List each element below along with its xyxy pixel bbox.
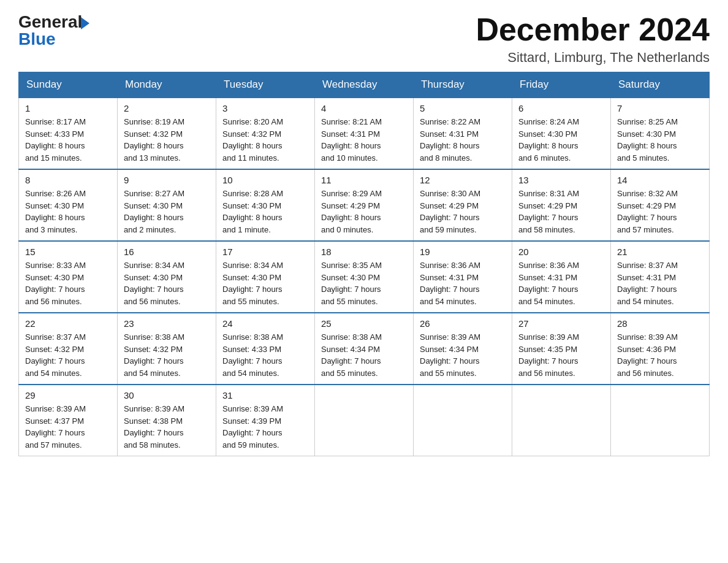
- weekday-header-tuesday: Tuesday: [216, 72, 315, 98]
- day-info: Sunrise: 8:36 AM Sunset: 4:31 PM Dayligh…: [518, 259, 604, 307]
- calendar-cell: 15 Sunrise: 8:33 AM Sunset: 4:30 PM Dayl…: [19, 241, 118, 313]
- day-info: Sunrise: 8:24 AM Sunset: 4:30 PM Dayligh…: [518, 116, 604, 164]
- calendar-week-row: 29 Sunrise: 8:39 AM Sunset: 4:37 PM Dayl…: [19, 385, 710, 456]
- day-number: 17: [222, 247, 308, 257]
- day-number: 12: [420, 175, 506, 185]
- calendar-cell: 24 Sunrise: 8:38 AM Sunset: 4:33 PM Dayl…: [216, 313, 315, 385]
- day-number: 11: [321, 175, 407, 185]
- day-info: Sunrise: 8:35 AM Sunset: 4:30 PM Dayligh…: [321, 259, 407, 307]
- page-header: General Blue December 2024 Sittard, Limb…: [18, 12, 710, 66]
- day-info: Sunrise: 8:22 AM Sunset: 4:31 PM Dayligh…: [420, 116, 506, 164]
- weekday-header-saturday: Saturday: [611, 72, 710, 98]
- calendar-cell: [611, 385, 710, 456]
- day-info: Sunrise: 8:39 AM Sunset: 4:34 PM Dayligh…: [420, 331, 506, 379]
- calendar-cell: 25 Sunrise: 8:38 AM Sunset: 4:34 PM Dayl…: [315, 313, 414, 385]
- day-info: Sunrise: 8:31 AM Sunset: 4:29 PM Dayligh…: [518, 188, 604, 236]
- calendar-cell: 19 Sunrise: 8:36 AM Sunset: 4:31 PM Dayl…: [414, 241, 512, 313]
- day-number: 16: [124, 247, 210, 257]
- calendar-cell: 20 Sunrise: 8:36 AM Sunset: 4:31 PM Dayl…: [512, 241, 611, 313]
- day-number: 24: [222, 318, 308, 329]
- day-info: Sunrise: 8:39 AM Sunset: 4:39 PM Dayligh…: [222, 403, 308, 451]
- calendar-week-row: 15 Sunrise: 8:33 AM Sunset: 4:30 PM Dayl…: [19, 241, 710, 313]
- day-info: Sunrise: 8:32 AM Sunset: 4:29 PM Dayligh…: [617, 188, 703, 236]
- day-info: Sunrise: 8:21 AM Sunset: 4:31 PM Dayligh…: [321, 116, 407, 164]
- day-number: 8: [25, 175, 111, 185]
- calendar-cell: 30 Sunrise: 8:39 AM Sunset: 4:38 PM Dayl…: [118, 385, 216, 456]
- calendar-cell: 16 Sunrise: 8:34 AM Sunset: 4:30 PM Dayl…: [118, 241, 216, 313]
- day-info: Sunrise: 8:37 AM Sunset: 4:31 PM Dayligh…: [617, 259, 703, 307]
- day-info: Sunrise: 8:28 AM Sunset: 4:30 PM Dayligh…: [222, 188, 308, 236]
- calendar-cell: 28 Sunrise: 8:39 AM Sunset: 4:36 PM Dayl…: [611, 313, 710, 385]
- day-info: Sunrise: 8:19 AM Sunset: 4:32 PM Dayligh…: [124, 116, 210, 164]
- day-info: Sunrise: 8:39 AM Sunset: 4:38 PM Dayligh…: [124, 403, 210, 451]
- calendar-header-row: SundayMondayTuesdayWednesdayThursdayFrid…: [19, 72, 710, 98]
- day-info: Sunrise: 8:29 AM Sunset: 4:29 PM Dayligh…: [321, 188, 407, 236]
- calendar-cell: 22 Sunrise: 8:37 AM Sunset: 4:32 PM Dayl…: [19, 313, 118, 385]
- day-number: 9: [124, 175, 210, 185]
- calendar-cell: [512, 385, 611, 456]
- title-block: December 2024 Sittard, Limburg, The Neth…: [476, 12, 710, 66]
- calendar-cell: 2 Sunrise: 8:19 AM Sunset: 4:32 PM Dayli…: [118, 98, 216, 169]
- day-number: 6: [518, 103, 604, 113]
- day-info: Sunrise: 8:17 AM Sunset: 4:33 PM Dayligh…: [25, 116, 111, 164]
- calendar-cell: 21 Sunrise: 8:37 AM Sunset: 4:31 PM Dayl…: [611, 241, 710, 313]
- calendar-cell: [315, 385, 414, 456]
- day-number: 4: [321, 103, 407, 113]
- day-info: Sunrise: 8:38 AM Sunset: 4:34 PM Dayligh…: [321, 331, 407, 379]
- day-number: 21: [617, 247, 703, 257]
- weekday-header-monday: Monday: [118, 72, 216, 98]
- calendar-cell: 8 Sunrise: 8:26 AM Sunset: 4:30 PM Dayli…: [19, 169, 118, 241]
- calendar-cell: 11 Sunrise: 8:29 AM Sunset: 4:29 PM Dayl…: [315, 169, 414, 241]
- day-info: Sunrise: 8:34 AM Sunset: 4:30 PM Dayligh…: [222, 259, 308, 307]
- calendar-cell: 31 Sunrise: 8:39 AM Sunset: 4:39 PM Dayl…: [216, 385, 315, 456]
- calendar-cell: 29 Sunrise: 8:39 AM Sunset: 4:37 PM Dayl…: [19, 385, 118, 456]
- calendar-cell: 23 Sunrise: 8:38 AM Sunset: 4:32 PM Dayl…: [118, 313, 216, 385]
- calendar-week-row: 8 Sunrise: 8:26 AM Sunset: 4:30 PM Dayli…: [19, 169, 710, 241]
- calendar-cell: 14 Sunrise: 8:32 AM Sunset: 4:29 PM Dayl…: [611, 169, 710, 241]
- day-number: 7: [617, 103, 703, 113]
- logo-arrow-icon: [81, 17, 89, 29]
- day-number: 18: [321, 247, 407, 257]
- day-number: 3: [222, 103, 308, 113]
- calendar-cell: 17 Sunrise: 8:34 AM Sunset: 4:30 PM Dayl…: [216, 241, 315, 313]
- day-number: 22: [25, 318, 111, 329]
- weekday-header-friday: Friday: [512, 72, 611, 98]
- day-info: Sunrise: 8:25 AM Sunset: 4:30 PM Dayligh…: [617, 116, 703, 164]
- calendar-cell: 4 Sunrise: 8:21 AM Sunset: 4:31 PM Dayli…: [315, 98, 414, 169]
- calendar-cell: 18 Sunrise: 8:35 AM Sunset: 4:30 PM Dayl…: [315, 241, 414, 313]
- day-info: Sunrise: 8:20 AM Sunset: 4:32 PM Dayligh…: [222, 116, 308, 164]
- calendar-table: SundayMondayTuesdayWednesdayThursdayFrid…: [18, 72, 710, 456]
- day-number: 10: [222, 175, 308, 185]
- weekday-header-thursday: Thursday: [414, 72, 512, 98]
- day-number: 26: [420, 318, 506, 329]
- calendar-cell: 5 Sunrise: 8:22 AM Sunset: 4:31 PM Dayli…: [414, 98, 512, 169]
- calendar-cell: 26 Sunrise: 8:39 AM Sunset: 4:34 PM Dayl…: [414, 313, 512, 385]
- calendar-cell: 9 Sunrise: 8:27 AM Sunset: 4:30 PM Dayli…: [118, 169, 216, 241]
- calendar-cell: 12 Sunrise: 8:30 AM Sunset: 4:29 PM Dayl…: [414, 169, 512, 241]
- day-info: Sunrise: 8:26 AM Sunset: 4:30 PM Dayligh…: [25, 188, 111, 236]
- day-number: 31: [222, 390, 308, 400]
- calendar-cell: 1 Sunrise: 8:17 AM Sunset: 4:33 PM Dayli…: [19, 98, 118, 169]
- day-number: 25: [321, 318, 407, 329]
- day-number: 14: [617, 175, 703, 185]
- day-number: 1: [25, 103, 111, 113]
- calendar-week-row: 22 Sunrise: 8:37 AM Sunset: 4:32 PM Dayl…: [19, 313, 710, 385]
- day-number: 30: [124, 390, 210, 400]
- day-number: 2: [124, 103, 210, 113]
- day-number: 29: [25, 390, 111, 400]
- day-number: 13: [518, 175, 604, 185]
- day-number: 20: [518, 247, 604, 257]
- day-info: Sunrise: 8:36 AM Sunset: 4:31 PM Dayligh…: [420, 259, 506, 307]
- day-number: 23: [124, 318, 210, 329]
- weekday-header-sunday: Sunday: [19, 72, 118, 98]
- calendar-cell: 7 Sunrise: 8:25 AM Sunset: 4:30 PM Dayli…: [611, 98, 710, 169]
- day-number: 5: [420, 103, 506, 113]
- day-number: 28: [617, 318, 703, 329]
- day-info: Sunrise: 8:39 AM Sunset: 4:37 PM Dayligh…: [25, 403, 111, 451]
- calendar-cell: 10 Sunrise: 8:28 AM Sunset: 4:30 PM Dayl…: [216, 169, 315, 241]
- day-info: Sunrise: 8:39 AM Sunset: 4:36 PM Dayligh…: [617, 331, 703, 379]
- weekday-header-wednesday: Wednesday: [315, 72, 414, 98]
- day-info: Sunrise: 8:30 AM Sunset: 4:29 PM Dayligh…: [420, 188, 506, 236]
- month-title: December 2024: [476, 12, 710, 47]
- day-info: Sunrise: 8:34 AM Sunset: 4:30 PM Dayligh…: [124, 259, 210, 307]
